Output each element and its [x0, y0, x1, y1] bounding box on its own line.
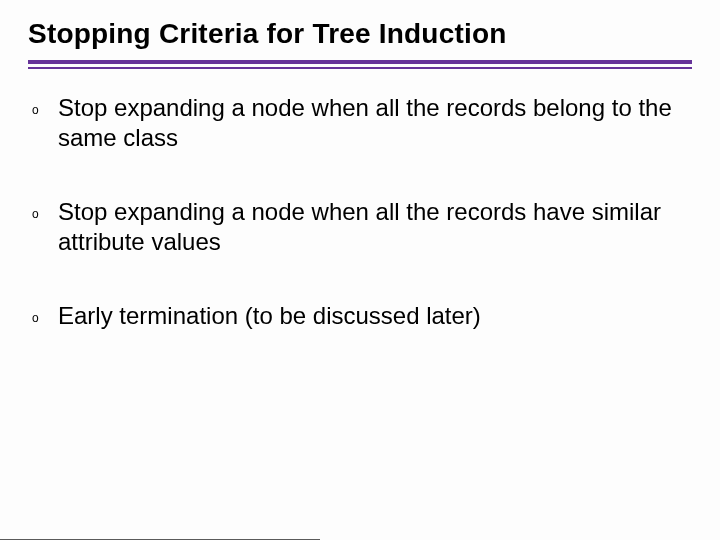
list-item: o Early termination (to be discussed lat… [32, 301, 692, 331]
slide-title: Stopping Criteria for Tree Induction [28, 18, 692, 50]
list-item: o Stop expanding a node when all the rec… [32, 93, 692, 153]
bullet-marker-icon: o [32, 93, 58, 118]
bullet-marker-icon: o [32, 197, 58, 222]
bullet-text: Early termination (to be discussed later… [58, 301, 692, 331]
bullet-list: o Stop expanding a node when all the rec… [32, 93, 692, 331]
rule-thick [28, 60, 692, 64]
slide: Stopping Criteria for Tree Induction o S… [0, 0, 720, 540]
title-underline [28, 60, 692, 69]
list-item: o Stop expanding a node when all the rec… [32, 197, 692, 257]
bullet-marker-icon: o [32, 301, 58, 326]
bullet-text: Stop expanding a node when all the recor… [58, 93, 692, 153]
bullet-text: Stop expanding a node when all the recor… [58, 197, 692, 257]
rule-thin [28, 67, 692, 69]
